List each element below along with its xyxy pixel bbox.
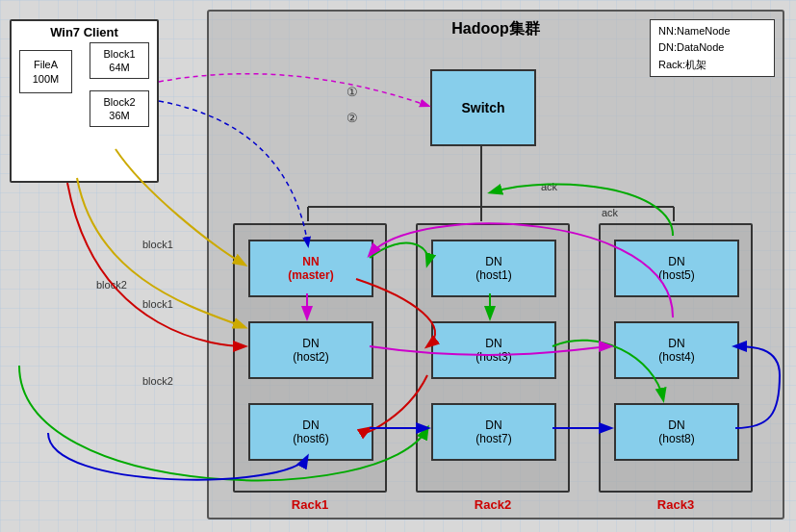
dn-host7-node: DN(host7) [431,403,556,461]
legend-line3: Rack:机架 [658,57,706,74]
circle2-label: ② [347,111,358,125]
rack3: DN(host5) DN(host4) DN(host8) Rack3 [599,223,753,493]
ack-label-1: ack [541,181,557,192]
rack2: DN(host1) DN(host3) DN(host7) Rack2 [416,223,570,493]
rack1: NN(master) DN(host2) DN(host6) Rack1 [233,223,387,493]
rack1-label: Rack1 [235,497,385,512]
hadoop-cluster: Hadoop集群 NN:NameNode DN:DataNode Rack:机架… [207,10,784,519]
block1-label-right: block1 [142,298,173,310]
block2-label-bottom: block2 [142,375,173,387]
legend-line2: DN:DataNode [658,39,724,57]
block2-label-left: block2 [96,279,127,291]
rack2-label: Rack2 [418,497,568,512]
dn-host5-node: DN(host5) [614,240,739,297]
win7-client-box: Win7 Client FileA 100M Block1 64M Block2… [10,19,159,183]
block2-box: Block2 36M [90,90,149,127]
main-canvas: { "win7_client": { "title": "Win7 Client… [0,0,796,532]
block1-label-left: block1 [142,239,173,250]
rack3-label: Rack3 [601,497,751,512]
dn-host3-node: DN(host3) [431,321,556,379]
block1-box: Block1 64M [90,42,149,79]
circle1-label: ① [347,85,358,99]
dn-host6-node: DN(host6) [248,403,373,461]
win7-title: Win7 Client [12,21,157,41]
dn-host4-node: DN(host4) [614,321,739,379]
dn-host8-node: DN(host8) [614,403,739,461]
nn-master-node: NN(master) [248,240,373,297]
ack-label-2: ack [602,207,618,218]
legend-box: NN:NameNode DN:DataNode Rack:机架 [650,19,775,77]
legend-line1: NN:NameNode [658,23,731,40]
switch-box: Switch [430,69,536,146]
filea-block: FileA 100M [19,50,72,93]
dn-host1-node: DN(host1) [431,240,556,297]
dn-host2-node: DN(host2) [248,321,373,379]
